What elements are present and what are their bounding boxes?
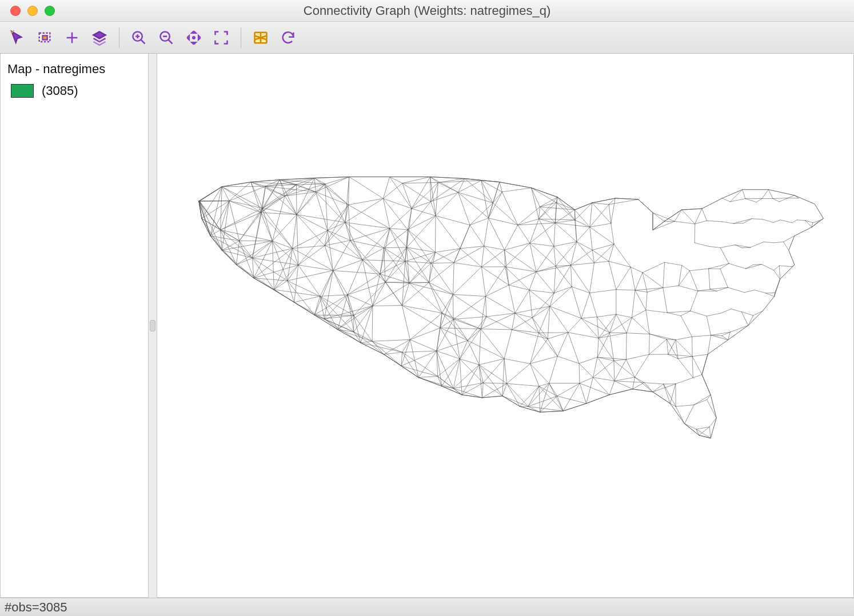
legend-count: (3085)	[42, 83, 78, 98]
fit-extent-button[interactable]	[209, 26, 234, 49]
legend-swatch	[11, 84, 34, 98]
zoom-out-button[interactable]	[154, 26, 179, 49]
svg-rect-1	[43, 35, 47, 39]
svg-line-10	[169, 39, 173, 43]
legend-title: Map - natregimes	[7, 62, 141, 77]
panel-splitter[interactable]	[149, 54, 157, 598]
basemap-button[interactable]	[248, 26, 273, 49]
layers-button[interactable]	[87, 26, 112, 49]
zoom-window-button[interactable]	[45, 6, 55, 16]
fit-extent-icon	[213, 30, 229, 46]
refresh-icon	[280, 30, 296, 46]
zoom-in-button[interactable]	[126, 26, 151, 49]
close-window-button[interactable]	[10, 6, 21, 16]
pan-icon	[186, 30, 202, 46]
status-obs-count: #obs=3085	[5, 600, 67, 615]
window-controls	[0, 6, 55, 16]
zoom-out-icon	[158, 30, 174, 46]
window-title: Connectivity Graph (Weights: natregimes_…	[0, 3, 854, 18]
select-rect-icon	[37, 30, 53, 46]
pan-button[interactable]	[181, 26, 206, 49]
basemap-icon	[253, 30, 269, 46]
layers-icon	[91, 30, 107, 46]
connectivity-graph	[157, 54, 853, 597]
splitter-grip-icon	[150, 320, 155, 331]
toolbar	[0, 22, 854, 54]
status-bar: #obs=3085	[0, 598, 854, 616]
select-arrow-icon	[9, 30, 25, 46]
svg-line-6	[141, 39, 145, 43]
map-canvas[interactable]	[157, 54, 854, 598]
titlebar: Connectivity Graph (Weights: natregimes_…	[0, 0, 854, 22]
select-tool-button[interactable]	[5, 26, 30, 49]
toolbar-separator	[241, 27, 241, 48]
svg-marker-4	[94, 31, 106, 38]
legend-panel: Map - natregimes (3085)	[0, 54, 149, 598]
zoom-in-icon	[131, 30, 147, 46]
add-layer-button[interactable]	[59, 26, 85, 49]
legend-item[interactable]: (3085)	[7, 83, 141, 98]
svg-point-12	[193, 37, 195, 39]
plus-icon	[64, 30, 80, 46]
toolbar-separator	[119, 27, 119, 48]
main-area: Map - natregimes (3085)	[0, 54, 854, 598]
minimize-window-button[interactable]	[27, 6, 38, 16]
select-rect-button[interactable]	[32, 26, 57, 49]
refresh-button[interactable]	[276, 26, 301, 49]
